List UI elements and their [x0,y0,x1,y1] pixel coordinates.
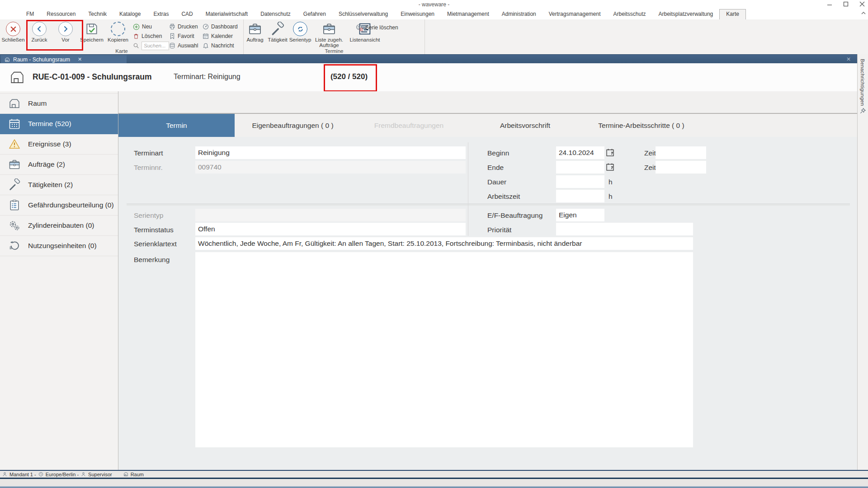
menu-ressourcen[interactable]: Ressourcen [40,9,82,19]
menu-kataloge[interactable]: Kataloge [113,9,147,19]
zeit1-input[interactable] [656,146,706,159]
kopieren-button[interactable]: Kopieren [107,19,129,42]
gears-icon [8,219,21,232]
menu-mietmanagement[interactable]: Mietmanagement [441,9,495,19]
tab-fremdbeauftragungen: Fremdbeauftragungen [351,114,467,137]
menu-gefahren[interactable]: Gefahren [297,9,332,19]
vor-button[interactable]: Vor [54,19,77,42]
prioritaet-input[interactable] [556,223,693,235]
sidebar-item-raum[interactable]: Raum [0,94,118,114]
serientyp-button[interactable]: Serientyp [289,19,311,42]
sidebar-item-termine[interactable]: Termine (520) [0,114,118,134]
arbeitszeit-input[interactable] [556,190,604,202]
ef-beauftragung-label: E/F-Beauftragung [487,211,542,220]
document-tab-raum-schulungsraum[interactable]: Raum - Schulungsraum ✕ [1,55,127,64]
menu-bar: FM Ressourcen Technik Kataloge Extras CA… [0,9,868,19]
arbeitszeit-unit: h [609,192,613,201]
sidebar-item-nutzungseinheiten[interactable]: Nutzungseinheiten (0) [0,236,118,256]
ef-beauftragung-input[interactable]: Eigen [556,209,604,221]
sidebar-item-taetigkeiten[interactable]: Tätigkeiten (2) [0,175,118,195]
menu-technik[interactable]: Technik [82,9,113,19]
date-picker-icon[interactable] [606,163,614,171]
ribbon-collapse-icon[interactable] [861,11,866,15]
detail-tab-strip: Termin Eigenbeauftragungen ( 0 ) Fremdbe… [118,114,857,137]
tabbar-close-icon[interactable]: ✕ [846,56,851,62]
prioritaet-label: Priorität [487,226,511,234]
dauer-input[interactable] [556,175,604,188]
zurueck-button[interactable]: Zurück [28,19,51,42]
terminnr-value: 009740 [195,161,466,174]
refresh-icon [293,22,307,36]
pin-icon[interactable] [859,108,866,114]
beginn-label: Beginn [487,149,509,157]
menu-administration[interactable]: Administration [495,9,542,19]
building-icon [8,97,21,110]
menu-einweisungen[interactable]: Einweisungen [394,9,441,19]
copy-icon [111,22,125,36]
form-separator [127,204,850,204]
tab-termine-arbeitsschritte[interactable]: Termine-Arbeitsschritte ( 0 ) [583,114,699,137]
menu-vertragsmanagement[interactable]: Vertragsmanagement [542,9,607,19]
calendar-icon [8,117,21,131]
menu-extras[interactable]: Extras [147,9,175,19]
favorit-button[interactable]: Favorit [169,32,203,40]
ende-input[interactable] [556,161,604,174]
tab-arbeitsvorschrift[interactable]: Arbeitsvorschrift [467,114,583,137]
auftrag-button[interactable]: Auftrag [244,19,266,42]
terminstatus-input[interactable]: Offen [195,223,466,235]
drucken-button[interactable]: Drucken [169,23,203,31]
menu-karte[interactable]: Karte [719,9,746,19]
ribbon-group-karte-label: Karte [0,48,243,54]
record-header: RUE-C-01-009 - Schulungsraum Terminart: … [0,63,857,92]
sidebar-item-zylindereinbauten[interactable]: Zylindereinbauten (0) [0,216,118,236]
notifications-panel-strip[interactable]: Benachrichtigungen [857,54,868,470]
menu-arbeitsplatzverwaltung[interactable]: Arbeitsplatzverwaltung [652,9,720,19]
serienklartext-value: Wöchentlich, Jede Woche, Am Fr, Gültigke… [195,237,693,250]
menu-cad[interactable]: CAD [175,9,199,19]
document-tab-bar: Raum - Schulungsraum ✕ ✕ [0,54,857,64]
close-window-icon[interactable] [859,1,865,7]
briefcase-icon [247,22,263,36]
liste-zugeh-auftraege-button[interactable]: Liste zugeh. Aufträge [311,19,347,48]
loeschen-button[interactable]: Löschen [133,32,169,40]
chevron-right-icon [58,22,73,36]
building-icon [9,69,25,85]
record-title: RUE-C-01-009 - Schulungsraum [33,72,152,82]
sidebar-item-ereignisse[interactable]: Ereignisse (3) [0,134,118,155]
serie-loeschen-button[interactable]: Serie löschen [356,24,398,31]
dashboard-button[interactable]: Dashboard [203,23,242,31]
terminart-input[interactable]: Reinigung [195,146,466,159]
sidebar-item-auftraege[interactable]: Aufträge (2) [0,155,118,175]
undo-arrow-icon [8,239,21,253]
ende-label: Ende [487,164,504,172]
form-column-divider [468,142,468,236]
zeit2-input[interactable] [656,161,706,174]
building-small-icon [5,57,10,62]
bookmark-star-icon [169,33,175,39]
sidebar-item-gefaehrdungsbeurteilung[interactable]: Gefährdungsbeurteilung (0) [0,195,118,216]
menu-arbeitsschutz[interactable]: Arbeitsschutz [607,9,652,19]
hammer-icon [8,178,21,192]
date-picker-icon[interactable] [606,148,614,157]
beginn-input[interactable]: 24.10.2024 [556,146,604,159]
ribbon-group-termine: Auftrag Tätigkeit Serientyp Liste zugeh.… [243,19,425,54]
menu-schluesselverwaltung[interactable]: Schlüsselverwaltung [332,9,394,19]
calendar-small-icon [203,33,209,39]
window-bottom-edge [0,486,868,488]
tab-eigenbeauftragungen[interactable]: Eigenbeauftragungen ( 0 ) [235,114,351,137]
kalender-button[interactable]: Kalender [203,32,242,40]
menu-datenschutz[interactable]: Datenschutz [254,9,297,19]
tab-close-icon[interactable]: ✕ [78,56,82,62]
bemerkung-textarea[interactable] [195,252,693,447]
schliessen-button[interactable]: Schließen [2,19,24,42]
waveware-window: - waveware - FM Ressourcen Technik Katal… [0,0,868,488]
tab-termin[interactable]: Termin [118,114,235,137]
maximize-icon[interactable] [843,1,849,7]
serientyp-label: Serientyp [134,211,163,220]
menu-materialwirtschaft[interactable]: Materialwirtschaft [199,9,254,19]
menu-fm[interactable]: FM [20,9,40,19]
minimize-icon[interactable] [826,1,833,7]
taetigkeit-button[interactable]: Tätigkeit [266,19,289,42]
speichern-button[interactable]: Speichern [80,19,103,42]
neu-button[interactable]: Neu [133,23,169,31]
